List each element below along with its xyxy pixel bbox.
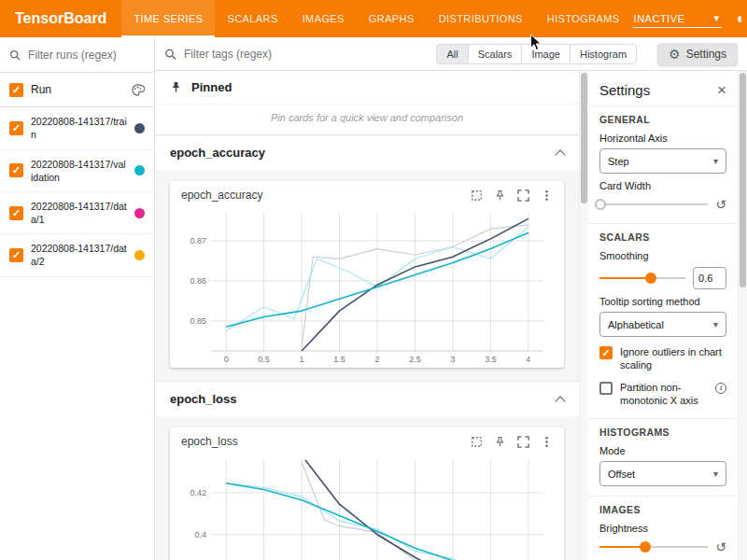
svg-text:0.42: 0.42 — [190, 488, 206, 497]
histogram-mode-label: Mode — [599, 445, 726, 456]
run-row-validation[interactable]: ✓ 20220808-141317/validation — [0, 150, 154, 192]
select-all-runs-checkbox[interactable]: ✓ — [9, 83, 23, 97]
run-name: 20220808-141317/train — [31, 115, 127, 141]
scrollbar-thumb[interactable] — [581, 73, 587, 203]
run-row-data-1[interactable]: ✓ 20220808-141317/data/1 — [0, 192, 154, 234]
run-color-swatch[interactable] — [134, 208, 145, 218]
run-checkbox[interactable]: ✓ — [9, 248, 23, 262]
fullscreen-icon[interactable] — [517, 189, 529, 202]
ignore-outliers-label: Ignore outliers in chart scaling — [620, 345, 726, 372]
partition-x-axis-checkbox[interactable]: Partition non-monotonic X axis i — [599, 381, 726, 408]
run-color-swatch[interactable] — [134, 123, 145, 133]
settings-section-histograms: HISTOGRAMS Mode Offset ▾ — [588, 418, 738, 496]
pin-card-icon[interactable] — [494, 189, 506, 202]
check-icon: ✓ — [12, 250, 21, 260]
tab-histograms[interactable]: HISTOGRAMS — [535, 0, 632, 37]
reload-status-select[interactable]: INACTIVE ▾ — [632, 9, 722, 28]
section-body-epoch-loss: epoch_loss 00.511.522.533.540.360.380.40… — [155, 416, 579, 560]
fullscreen-icon[interactable] — [517, 436, 529, 448]
tags-filter-input[interactable] — [184, 48, 429, 61]
tab-images[interactable]: IMAGES — [290, 0, 357, 37]
partition-x-axis-label: Partition non-monotonic X axis — [620, 381, 708, 408]
tooltip-sorting-select[interactable]: Alphabetical ▾ — [599, 312, 726, 337]
run-color-swatch[interactable] — [134, 165, 145, 175]
palette-icon[interactable] — [131, 83, 145, 97]
run-row-train[interactable]: ✓ 20220808-141317/train — [0, 107, 154, 149]
run-row-data-2[interactable]: ✓ 20220808-141317/data/2 — [0, 234, 154, 276]
card-width-slider[interactable] — [599, 197, 708, 212]
run-name: 20220808-141317/data/1 — [31, 200, 127, 226]
card-title: epoch_accuracy — [181, 189, 471, 202]
horizontal-axis-label: Horizontal Axis — [599, 133, 726, 144]
chip-histogram[interactable]: Histogram — [570, 44, 637, 64]
theme-toggle-icon[interactable]: ◐ — [733, 10, 747, 27]
pin-card-icon[interactable] — [494, 436, 506, 448]
more-options-icon[interactable] — [541, 436, 553, 448]
run-checkbox[interactable]: ✓ — [9, 206, 23, 220]
runs-filter-input[interactable] — [28, 49, 145, 62]
section-heading: SCALARS — [599, 231, 726, 243]
section-body-epoch-accuracy: epoch_accuracy 00.511.522.533.540.850.86… — [155, 170, 579, 382]
info-icon[interactable]: i — [715, 383, 726, 394]
run-checkbox[interactable]: ✓ — [9, 163, 23, 177]
horizontal-axis-value: Step — [608, 156, 629, 167]
svg-text:0.87: 0.87 — [190, 236, 206, 245]
content-column: All Scalars Image Histogram ⚙ Settings P… — [155, 37, 747, 560]
tooltip-sorting-label: Tooltip sorting method — [599, 296, 726, 307]
status-value: INACTIVE — [634, 13, 685, 24]
smoothing-slider[interactable] — [599, 271, 685, 286]
reset-card-width-icon[interactable]: ↺ — [715, 198, 726, 211]
scrollbar-thumb[interactable] — [740, 73, 746, 287]
section-header-epoch-loss[interactable]: epoch_loss — [155, 382, 579, 416]
settings-panel-header: Settings × — [588, 71, 738, 105]
horizontal-axis-select[interactable]: Step ▾ — [599, 148, 726, 174]
chevron-up-icon[interactable] — [555, 149, 565, 160]
chevron-up-icon[interactable] — [555, 396, 565, 406]
settings-button[interactable]: ⚙ Settings — [657, 43, 738, 65]
fit-to-data-icon[interactable] — [471, 436, 483, 448]
svg-text:3.5: 3.5 — [485, 355, 497, 364]
content-row: Pinned Pin cards for a quick view and co… — [155, 71, 747, 560]
chip-image[interactable]: Image — [521, 44, 571, 64]
chip-all[interactable]: All — [436, 44, 468, 64]
reset-brightness-icon[interactable]: ↺ — [715, 540, 726, 553]
scalar-card-epoch-accuracy: epoch_accuracy 00.511.522.533.540.850.86… — [170, 181, 564, 368]
slider-thumb[interactable] — [640, 541, 651, 553]
tab-time-series[interactable]: TIME SERIES — [121, 0, 215, 37]
slider-thumb[interactable] — [645, 273, 656, 284]
tab-scalars[interactable]: SCALARS — [215, 0, 289, 37]
scalar-card-epoch-loss: epoch_loss 00.511.522.533.540.360.380.40… — [170, 427, 564, 560]
checkbox-unchecked[interactable] — [599, 382, 613, 395]
run-checkbox[interactable]: ✓ — [9, 121, 23, 135]
topbar-actions: INACTIVE ▾ ◐ ↻ ⚙ ? — [632, 0, 747, 37]
check-icon: ✓ — [12, 85, 21, 95]
tag-filter-toolbar: All Scalars Image Histogram ⚙ Settings — [155, 37, 747, 71]
main-scrollbar[interactable] — [579, 71, 588, 560]
run-color-swatch[interactable] — [134, 250, 145, 260]
histogram-mode-select[interactable]: Offset ▾ — [599, 461, 726, 486]
more-options-icon[interactable] — [541, 189, 553, 202]
ignore-outliers-checkbox[interactable]: ✓ Ignore outliers in chart scaling — [599, 345, 726, 372]
card-header: epoch_accuracy — [176, 189, 558, 205]
brightness-row: ↺ — [599, 539, 726, 554]
epoch-accuracy-chart[interactable]: 00.511.522.533.540.850.860.87 — [176, 205, 558, 366]
tab-graphs[interactable]: GRAPHS — [357, 0, 427, 37]
chip-scalars[interactable]: Scalars — [468, 44, 523, 64]
settings-scrollbar[interactable] — [738, 71, 747, 560]
checkbox-checked[interactable]: ✓ — [599, 346, 613, 359]
check-icon: ✓ — [12, 165, 21, 175]
section-header-epoch-accuracy[interactable]: epoch_accuracy — [155, 135, 579, 170]
smoothing-row — [599, 267, 726, 289]
settings-panel: Settings × GENERAL Horizontal Axis Step … — [588, 71, 738, 560]
pinned-empty-text: Pin cards for a quick view and compariso… — [155, 105, 579, 135]
pinned-section-header: Pinned — [155, 71, 579, 105]
settings-section-general: GENERAL Horizontal Axis Step ▾ Card Widt… — [588, 105, 738, 223]
smoothing-value-input[interactable] — [693, 267, 726, 289]
epoch-loss-chart[interactable]: 00.511.522.533.540.360.380.40.42 — [176, 452, 558, 560]
slider-thumb[interactable] — [595, 199, 606, 210]
brightness-slider[interactable] — [599, 539, 708, 554]
tab-distributions[interactable]: DISTRIBUTIONS — [427, 0, 535, 37]
cards-scroll-area: Pinned Pin cards for a quick view and co… — [155, 71, 579, 560]
close-settings-icon[interactable]: × — [717, 82, 726, 98]
fit-to-data-icon[interactable] — [471, 189, 483, 202]
